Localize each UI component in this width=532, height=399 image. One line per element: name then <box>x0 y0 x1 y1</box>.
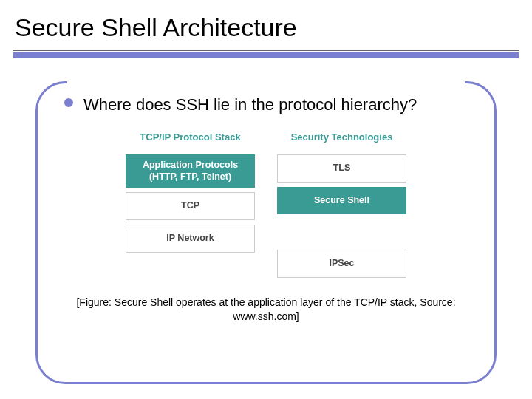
left-column-header: TCP/IP Protocol Stack <box>126 127 255 150</box>
right-column-header: Security Technologies <box>277 127 406 150</box>
box-ip-network: IP Network <box>126 225 255 253</box>
bullet-text: Where does SSH lie in the protocol hiera… <box>83 92 417 117</box>
bullet-item: Where does SSH lie in the protocol hiera… <box>64 92 468 117</box>
bullet-icon <box>64 98 73 107</box>
slide: Secure Shell Architecture Where does SSH… <box>0 0 532 399</box>
slide-body: Where does SSH lie in the protocol hiera… <box>35 81 497 384</box>
left-column: TCP/IP Protocol Stack Application Protoc… <box>126 127 255 278</box>
figure-caption: [Figure: Secure Shell operates at the ap… <box>64 296 468 324</box>
box-ipsec: IPSec <box>277 250 406 278</box>
rule-thin <box>13 50 519 51</box>
box-application-protocols: Application Protocols(HTTP, FTP, Telnet) <box>126 154 255 188</box>
box-secure-shell: Secure Shell <box>277 187 406 215</box>
slide-title: Secure Shell Architecture <box>0 0 532 50</box>
rule-accent <box>13 52 519 58</box>
right-column: Security Technologies TLS Secure Shell I… <box>277 127 406 278</box>
box-tls: TLS <box>277 154 406 183</box>
protocol-diagram: TCP/IP Protocol Stack Application Protoc… <box>64 127 468 278</box>
spacer <box>277 219 406 245</box>
box-tcp: TCP <box>126 192 255 220</box>
